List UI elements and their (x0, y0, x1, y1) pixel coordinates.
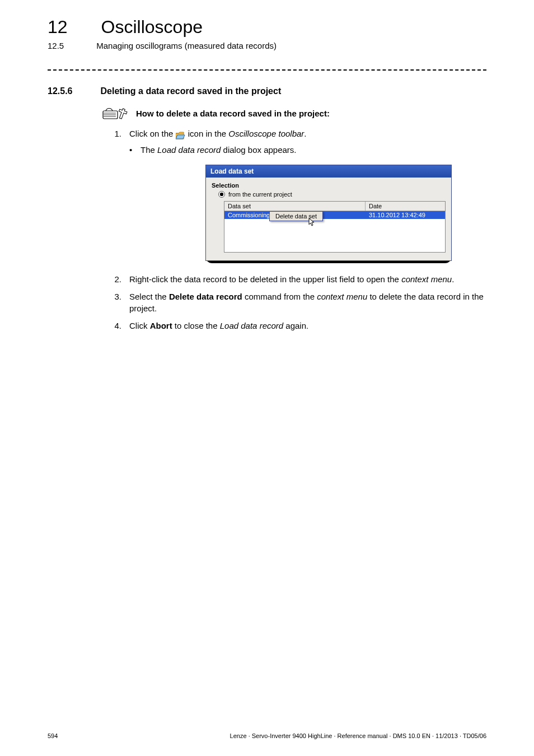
subsection-title: Deleting a data record saved in the proj… (100, 86, 281, 96)
text: again. (283, 321, 308, 330)
text: icon in the (188, 129, 229, 138)
dialog-ref: Load data record (157, 145, 221, 155)
text: dialog box appears. (221, 145, 296, 155)
data-set-list[interactable]: Data set Date Commissioning 31.10.2012 1… (224, 201, 446, 253)
selection-label: Selection (212, 182, 446, 189)
howto-icon (102, 106, 130, 120)
text: Click (129, 321, 150, 330)
column-header-date[interactable]: Date (366, 202, 445, 211)
step-number: 4. (110, 320, 121, 332)
bullet-text: The Load data record dialog box appears. (140, 145, 297, 155)
text: command from the (242, 292, 317, 301)
column-header-dataset[interactable]: Data set (224, 202, 366, 211)
open-folder-icon (176, 130, 186, 138)
text: . (452, 274, 454, 284)
text: . (304, 129, 306, 138)
radio-from-current-project[interactable]: from the current project (218, 191, 446, 198)
command-name: Delete data record (169, 292, 242, 301)
bullet-icon: • (129, 145, 135, 155)
radio-label: from the current project (228, 191, 292, 198)
context-menu-ref: context menu (401, 274, 452, 284)
chapter-title: Oscilloscope (101, 17, 203, 38)
button-name: Abort (150, 321, 172, 330)
dialog-ref: Load data record (220, 321, 283, 330)
row-date: 31.10.2012 13:42:49 (366, 211, 445, 219)
text: Right-click the data record to be delete… (129, 274, 401, 284)
page-number: 594 (48, 732, 58, 739)
text: The (140, 145, 157, 155)
text: to close the (172, 321, 220, 330)
step-number: 3. (110, 291, 121, 314)
chapter-number: 12 (48, 17, 68, 38)
howto-heading: How to delete a data record saved in the… (136, 109, 330, 118)
radio-dot-icon (218, 191, 225, 198)
subsection-number: 12.5.6 (48, 86, 72, 96)
cursor-icon (308, 218, 316, 227)
step-number: 1. (110, 128, 121, 139)
dialog-screenshot: Load data set Selection from the current… (205, 165, 452, 263)
footer-meta: Lenze · Servo-Inverter 9400 HighLine · R… (230, 732, 486, 739)
section-title-top: Managing oscillograms (measured data rec… (96, 41, 277, 50)
text: Select the (129, 292, 169, 301)
dialog-titlebar: Load data set (206, 165, 451, 178)
divider (48, 69, 486, 71)
step-text: Click on the icon in the Oscilloscope to… (129, 128, 307, 139)
section-number: 12.5 (48, 41, 64, 50)
context-menu-ref: context menu (317, 292, 367, 301)
text: Click on the (129, 129, 176, 138)
list-row-selected[interactable]: Commissioning 31.10.2012 13:42:49 Delete… (224, 211, 445, 219)
step-text: Click Abort to close the Load data recor… (129, 320, 308, 332)
step-text: Select the Delete data record command fr… (129, 291, 486, 314)
step-number: 2. (110, 273, 121, 285)
step-text: Right-click the data record to be delete… (129, 273, 454, 285)
toolbar-ref: Oscilloscope toolbar (228, 129, 304, 138)
